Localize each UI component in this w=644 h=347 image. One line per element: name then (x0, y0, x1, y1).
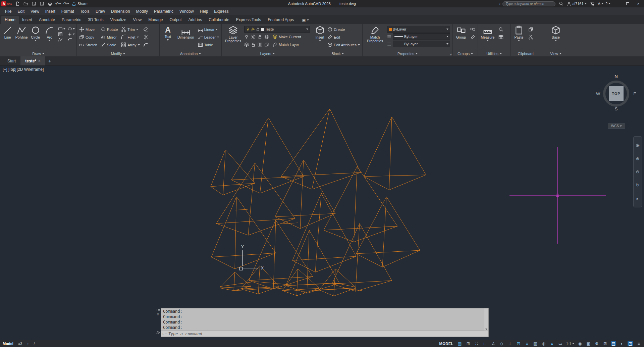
panel-label-modify[interactable]: Modify (77, 51, 159, 56)
lineweight-dropdown[interactable]: ByLayer (393, 33, 450, 40)
object-color-dropdown[interactable]: ByLayer (387, 26, 450, 33)
text-button[interactable]: AText (161, 24, 175, 51)
autoscale-icon[interactable]: ▣ (586, 341, 591, 346)
quick-select-button[interactable] (497, 26, 505, 33)
wireframe-model[interactable] (211, 109, 426, 296)
leader-button[interactable]: Leader (197, 34, 220, 41)
ungroup-button[interactable] (469, 26, 477, 33)
grid-toggle-icon[interactable]: ▦ (457, 341, 463, 346)
viewcube-top-face[interactable]: TOP (609, 86, 624, 101)
scale-button[interactable]: Scale (99, 41, 119, 48)
menu-express[interactable]: Express (211, 9, 231, 14)
ellipse-button[interactable] (67, 27, 75, 31)
layout-list-icon[interactable]: / (34, 342, 35, 346)
lineweight-toggle-icon[interactable]: ≡ (524, 341, 530, 346)
annotation-visibility-icon[interactable]: ◉ (577, 341, 583, 346)
create-block-button[interactable]: Create (326, 26, 361, 33)
viewcube[interactable]: N W E S TOP (596, 74, 636, 118)
cut-clip-button[interactable] (527, 34, 535, 41)
ribbon-display-toggle[interactable]: ▣ (300, 16, 311, 24)
group-edit-button[interactable] (469, 34, 477, 41)
arc-button[interactable]: Arc (43, 24, 56, 51)
new-drawing-tab-button[interactable]: + (45, 56, 54, 65)
rectangle-button[interactable] (58, 27, 65, 31)
layer-lock-toggle-icon[interactable] (258, 35, 262, 39)
panel-label-properties[interactable]: Properties◢ (363, 51, 452, 56)
save-button[interactable] (30, 0, 38, 7)
menu-draw[interactable]: Draw (93, 9, 108, 14)
search-icon[interactable] (557, 0, 565, 7)
orbit-icon[interactable]: ↻ (636, 183, 640, 188)
copy-clip-button[interactable] (527, 26, 535, 33)
menu-help[interactable]: Help (197, 9, 211, 14)
customize-icon[interactable]: ≡ (636, 341, 641, 346)
viewcube-north[interactable]: N (596, 74, 636, 79)
command-close-icon[interactable]: × (157, 313, 159, 316)
layer-walk-icon[interactable] (244, 42, 249, 47)
tab-express-tools[interactable]: Express Tools (233, 16, 264, 24)
maximize-button[interactable] (623, 0, 632, 7)
menu-file[interactable]: File (2, 9, 14, 14)
offset-button[interactable] (142, 41, 150, 48)
tab-3d-tools[interactable]: 3D Tools (85, 16, 107, 24)
tab-close-icon[interactable]: × (38, 59, 41, 63)
menu-modify[interactable]: Modify (133, 9, 151, 14)
ortho-toggle-icon[interactable]: ∟ (482, 341, 488, 346)
command-history[interactable]: Command: Command: Command: Command: (161, 308, 488, 331)
snap-toggle-icon[interactable]: ⊞ (466, 341, 471, 346)
minimize-button[interactable] (612, 0, 621, 7)
panel-label-draw[interactable]: Draw (0, 51, 76, 56)
table-button[interactable]: Table (197, 41, 220, 48)
search-collapse-icon[interactable]: › (499, 2, 501, 6)
drawing-canvas[interactable]: [−][Top][2D Wireframe] Y X N W E S TOP W… (0, 66, 644, 340)
close-button[interactable]: × (634, 0, 643, 7)
tab-collaborate[interactable]: Collaborate (205, 16, 232, 24)
layer-dropdown[interactable]: Teste (244, 26, 310, 33)
linetype-dropdown[interactable]: ByLayer (393, 41, 450, 47)
dialog-launcher-icon[interactable]: ◢ (450, 53, 451, 56)
autocad-logo-icon[interactable]: ACAD (1, 1, 12, 6)
command-input[interactable] (168, 332, 487, 336)
panel-label-groups[interactable]: Groups (453, 51, 478, 56)
rotate-button[interactable]: Rotate (99, 26, 119, 33)
plot-button[interactable] (46, 0, 54, 7)
dynamic-input-icon[interactable]: ▭ (558, 341, 563, 346)
layer-unlock-icon[interactable] (251, 42, 256, 47)
make-current-button[interactable]: Make Current (271, 33, 303, 40)
help-button[interactable]: ? (605, 2, 610, 6)
tab-output[interactable]: Output (166, 16, 185, 24)
selection-cycling-icon[interactable]: ◎ (541, 341, 546, 346)
file-tab-start[interactable]: Start (3, 56, 20, 65)
infer-constraints-icon[interactable]: ∷ (474, 341, 479, 346)
line-button[interactable]: Line (1, 24, 14, 51)
workspace-switching-icon[interactable]: ⚙ (594, 341, 599, 346)
fillet-button[interactable]: Fillet (120, 34, 141, 41)
polyline-button[interactable]: Polyline (15, 24, 29, 51)
command-window-grip[interactable]: × (155, 308, 161, 337)
match-properties-button[interactable]: Match Properties (364, 24, 386, 51)
account-menu[interactable]: al7161 (567, 2, 586, 6)
object-snap-tracking-icon[interactable]: ⊥ (507, 341, 513, 346)
search-input[interactable] (502, 1, 555, 6)
hardware-acceleration-icon[interactable]: ▤ (611, 341, 616, 346)
tab-insert[interactable]: Insert (19, 16, 36, 24)
menu-view[interactable]: View (28, 9, 42, 14)
model-space[interactable]: Y X (0, 66, 644, 340)
explode-button[interactable] (142, 34, 150, 41)
transparency-toggle-icon[interactable]: ▥ (533, 341, 538, 346)
nav-wheel-icon[interactable]: ◉ (636, 143, 639, 148)
menu-dimension[interactable]: Dimension (108, 9, 133, 14)
save-as-button[interactable] (38, 0, 46, 7)
clean-screen-icon[interactable]: ◳ (628, 341, 633, 346)
annotation-scale-dropdown[interactable]: 1:1 (566, 342, 574, 346)
share-button[interactable]: Share (72, 2, 87, 6)
copy-button[interactable]: Copy (78, 34, 99, 41)
layer-merge-icon[interactable] (264, 42, 269, 47)
trim-button[interactable]: Trim (120, 26, 141, 33)
command-scrollbar[interactable] (484, 308, 488, 331)
quick-calc-button[interactable] (497, 34, 505, 41)
point-button[interactable] (67, 32, 75, 37)
tab-featured-apps[interactable]: Featured Apps (264, 16, 297, 24)
showmotion-icon[interactable]: ▸ (637, 196, 639, 201)
menu-parametric[interactable]: Parametric (151, 9, 176, 14)
